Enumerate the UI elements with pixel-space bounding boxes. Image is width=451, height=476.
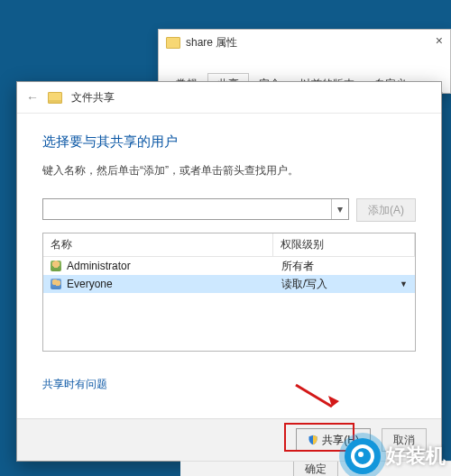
group-icon [51,279,61,289]
ok-button[interactable]: 确定 [293,461,338,476]
folder-icon [166,37,180,49]
list-header: 名称 权限级别 [43,233,415,257]
column-permission[interactable]: 权限级别 [273,233,415,256]
back-icon[interactable]: ← [26,90,39,105]
row-name: Everyone [67,278,113,290]
row-name: Administrator [67,260,131,272]
list-row[interactable]: Administrator 所有者 [43,257,415,275]
chevron-down-icon[interactable]: ▼ [400,279,408,288]
add-button: 添加(A) [356,198,416,222]
column-name[interactable]: 名称 [43,233,273,256]
row-permission: 所有者 [281,259,314,274]
close-icon[interactable]: × [436,33,443,48]
file-sharing-dialog: ← 文件共享 选择要与其共享的用户 键入名称，然后单击“添加”，或者单击箭头查找… [16,81,442,462]
list-row[interactable]: Everyone 读取/写入 ▼ [43,275,415,293]
headline: 选择要与其共享的用户 [42,133,416,151]
dialog-body: 选择要与其共享的用户 键入名称，然后单击“添加”，或者单击箭头查找用户。 ▾ 添… [17,114,441,392]
properties-title-text: share 属性 [186,35,237,50]
chevron-down-icon[interactable]: ▾ [331,199,348,219]
folder-icon [48,92,62,104]
add-user-row: ▾ 添加(A) [42,198,416,222]
instruction-text: 键入名称，然后单击“添加”，或者单击箭头查找用户。 [42,163,416,178]
properties-title: share 属性 [166,35,237,50]
help-link[interactable]: 共享时有问题 [42,377,107,392]
row-permission: 读取/写入 [281,277,327,292]
desktop-background: share 属性 × 常规 共享 安全 以前的版本 自定义 ← 文件共享 选择要… [0,0,451,476]
watermark-logo-icon [345,438,381,474]
dialog-header: ← 文件共享 [17,82,441,114]
dialog-breadcrumb: 文件共享 [71,90,115,105]
permissions-list: 名称 权限级别 Administrator 所有者 Everyone [42,233,416,352]
shield-icon [308,435,318,445]
watermark-text: 好装机 [386,443,446,470]
user-combo[interactable]: ▾ [42,198,349,220]
user-icon [51,261,61,271]
watermark: 好装机 [345,438,446,474]
